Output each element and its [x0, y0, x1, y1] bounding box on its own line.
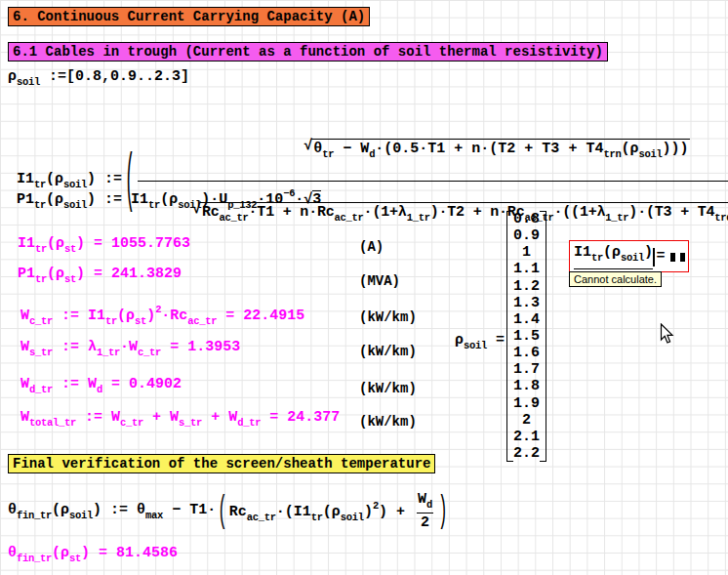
vector-value: 1.2	[508, 278, 545, 295]
vector-value: 2.2	[508, 445, 545, 462]
section-header-6[interactable]: 6. Continuous Current Carrying Capacity …	[8, 7, 370, 26]
section-header-final-verification[interactable]: Final verification of the screen/sheath …	[8, 454, 435, 473]
math-region-theta-def[interactable]: θfin_tr(ρsoil) := θmax − T1· ( Rcac_tr·(…	[8, 491, 450, 533]
mathcad-worksheet: { "colors": { "header1_bg": "#f4763b", "…	[0, 0, 728, 575]
left-mid-paren: (	[218, 491, 227, 533]
theta-frac-den: 2	[417, 513, 433, 533]
vector-value: 1.6	[508, 345, 545, 361]
unit-label-kwkm-1[interactable]: (kW/km)	[359, 309, 417, 325]
vector-value: 1.7	[508, 361, 545, 378]
unit-label-kwkm-3[interactable]: (kW/km)	[359, 381, 417, 396]
unit-label-mva[interactable]: (MVA)	[359, 273, 400, 289]
vector-value: 1.9	[508, 395, 545, 412]
section-header-6-1[interactable]: 6.1 Cables in trough (Current as a funct…	[8, 42, 608, 62]
vector-value: 1.4	[508, 311, 545, 328]
unit-label-a[interactable]: (A)	[359, 239, 384, 255]
error-expression: I1tr(ρsoil)	[574, 244, 653, 269]
math-region-wtotal-result[interactable]: Wtotal_tr := Wc_tr + Ws_tr + Wd_tr = 24.…	[20, 409, 340, 430]
right-mid-paren: )	[438, 491, 448, 533]
i1-def-numerator: θtr − Wd·(0.5·T1 + n·(T2 + T3 + T4trn(ρs…	[311, 139, 690, 161]
math-region-p1-result[interactable]: P1tr(ρst) = 241.3829	[18, 266, 182, 286]
vector-value: 1.8	[508, 378, 545, 394]
theta-frac-num: Wd	[414, 491, 436, 513]
math-region-rho-soil-def[interactable]: ρsoil :=[0.8,0.9..2.3]	[8, 68, 189, 89]
vector-value: 0.8	[508, 211, 545, 227]
vector-value: 2	[508, 412, 545, 429]
theta-def-mid: Rcac_tr·(I1tr(ρsoil)2) +	[229, 500, 414, 524]
vector-value: 0.9	[508, 227, 545, 244]
vector-value: 2.1	[508, 429, 545, 445]
math-region-theta-result[interactable]: θfin_tr(ρst) = 81.4586	[8, 545, 178, 565]
theta-def-fraction: Wd 2	[414, 491, 436, 533]
placeholder-square-icon	[670, 253, 675, 262]
math-region-i1-result[interactable]: I1tr(ρst) = 1055.7763	[18, 235, 190, 256]
error-tooltip: Cannot calculate.	[569, 271, 662, 287]
unit-label-kwkm-2[interactable]: (kW/km)	[359, 344, 417, 359]
math-region-wd-result[interactable]: Wd_tr := Wd = 0.4902	[20, 376, 182, 396]
vector-value: 1.1	[508, 261, 545, 277]
i1-def-fraction: √θtr − Wd·(0.5·T1 + n·(T2 + T3 + T4trn(ρ…	[138, 119, 728, 243]
math-region-i1-def[interactable]: I1tr(ρsoil) := ( √θtr − Wd·(0.5·T1 + n·(…	[17, 119, 728, 243]
vector-value: 1.3	[508, 295, 545, 311]
vector-rho-soil[interactable]: 0.80.911.11.21.31.41.51.61.71.81.922.12.…	[506, 211, 546, 462]
mouse-cursor-icon	[660, 323, 674, 345]
vector-value: 1	[508, 244, 545, 261]
vector-values: 0.80.911.11.21.31.41.51.61.71.81.922.12.…	[508, 211, 545, 462]
math-region-p1-def[interactable]: P1tr(ρsoil) := I1tr(ρsoil)·Up_132·10−6·√…	[17, 187, 321, 212]
theta-def-pre: θfin_tr(ρsoil) := θmax − T1·	[8, 502, 216, 522]
unit-label-kwkm-4[interactable]: (kW/km)	[359, 414, 417, 430]
placeholder-square-icon	[680, 253, 685, 262]
vector-value: 1.5	[508, 328, 545, 345]
vector-label-rho-soil[interactable]: ρsoil =	[455, 332, 505, 352]
math-region-i1-error[interactable]: I1tr(ρsoil) =	[569, 240, 689, 272]
math-region-wc-result[interactable]: Wc_tr := I1tr(ρst)2·Rcac_tr = 22.4915	[20, 304, 304, 328]
math-region-ws-result[interactable]: Ws_tr := λ1_tr·Wc_tr = 1.3953	[20, 339, 240, 359]
error-equals: =	[657, 248, 666, 267]
edit-caret	[653, 248, 655, 267]
